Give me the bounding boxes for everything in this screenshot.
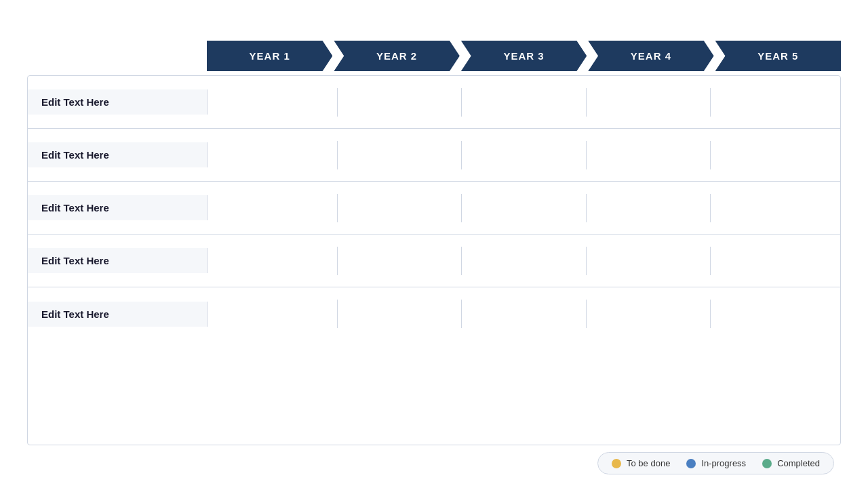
row-label-4: Edit Text Here	[28, 248, 208, 273]
legend-item-3: Completed	[762, 458, 820, 468]
chart-inner-4	[213, 247, 835, 275]
year-col-3	[462, 194, 587, 222]
year-grid	[213, 247, 835, 275]
table-row[interactable]: Edit Text Here	[28, 287, 840, 340]
chart-inner-3	[213, 194, 835, 222]
legend-label-3: Completed	[777, 458, 820, 468]
legend-item-2: In-progress	[686, 458, 746, 468]
year-col-1	[213, 194, 338, 222]
legend-label-2: In-progress	[701, 458, 746, 468]
year-grid	[213, 88, 835, 117]
year-col-1	[213, 141, 338, 169]
year-col-5	[711, 88, 835, 117]
year-col-5	[711, 300, 835, 328]
year-col-4	[587, 247, 711, 275]
year-col-4	[587, 300, 711, 328]
year-col-1	[213, 300, 338, 328]
year-col-5	[711, 247, 835, 275]
year-header-3: YEAR 3	[461, 41, 587, 71]
row-chart-5	[208, 290, 840, 338]
legend-dot-2	[686, 459, 696, 468]
year-grid	[213, 300, 835, 328]
year-col-4	[587, 141, 711, 169]
legend-label-1: To be done	[627, 458, 670, 468]
row-label-2: Edit Text Here	[28, 142, 208, 167]
year-col-3	[462, 300, 587, 328]
legend-dot-1	[612, 459, 621, 468]
legend-item-1: To be done	[612, 458, 670, 468]
chart-inner-1	[213, 88, 835, 117]
row-chart-3	[208, 184, 840, 232]
year-col-5	[711, 194, 835, 222]
year-col-1	[213, 247, 338, 275]
year-header-1: YEAR 1	[207, 41, 332, 71]
row-label-3: Edit Text Here	[28, 195, 208, 220]
row-label-5: Edit Text Here	[28, 302, 208, 327]
table-row[interactable]: Edit Text Here	[28, 235, 840, 287]
year-header-2: YEAR 2	[334, 41, 459, 71]
legend-dot-3	[762, 459, 772, 468]
legend: To be doneIn-progressCompleted	[597, 452, 834, 474]
table-row[interactable]: Edit Text Here	[28, 76, 840, 129]
row-label-1: Edit Text Here	[28, 89, 208, 115]
year-col-2	[338, 141, 462, 169]
year-col-1	[213, 88, 338, 117]
year-col-2	[338, 194, 462, 222]
year-col-2	[338, 88, 462, 117]
year-header-5: YEAR 5	[715, 41, 841, 71]
year-col-3	[462, 247, 587, 275]
year-grid	[213, 141, 835, 169]
year-header-4: YEAR 4	[588, 41, 713, 71]
year-col-2	[338, 300, 462, 328]
chart-inner-2	[213, 141, 835, 169]
year-col-3	[462, 88, 587, 117]
page: YEAR 1YEAR 2YEAR 3YEAR 4YEAR 5 Edit Text…	[0, 0, 868, 488]
matrix-container: YEAR 1YEAR 2YEAR 3YEAR 4YEAR 5 Edit Text…	[27, 41, 841, 445]
data-rows: Edit Text HereEdit Text HereEdit Text He…	[27, 75, 841, 445]
year-grid	[213, 194, 835, 222]
header-row: YEAR 1YEAR 2YEAR 3YEAR 4YEAR 5	[207, 41, 841, 71]
row-chart-4	[208, 237, 840, 285]
year-col-3	[462, 141, 587, 169]
row-chart-2	[208, 131, 840, 179]
year-col-4	[587, 88, 711, 117]
year-col-5	[711, 141, 835, 169]
year-col-4	[587, 194, 711, 222]
table-row[interactable]: Edit Text Here	[28, 129, 840, 182]
table-row[interactable]: Edit Text Here	[28, 182, 840, 235]
row-chart-1	[208, 79, 840, 126]
year-col-2	[338, 247, 462, 275]
chart-inner-5	[213, 300, 835, 328]
